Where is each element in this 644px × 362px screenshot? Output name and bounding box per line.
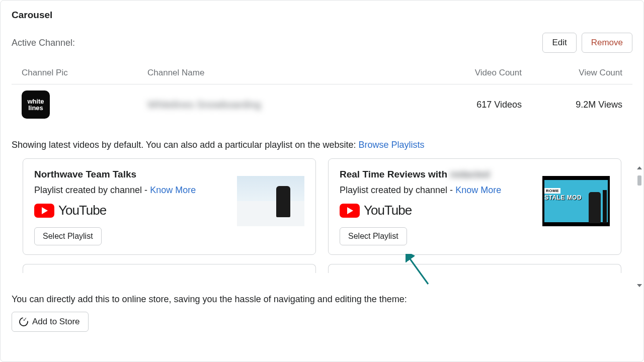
select-playlist-button[interactable]: Select Playlist xyxy=(340,227,407,245)
view-count-cell: 9.2M Views xyxy=(522,100,622,110)
scroll-up-icon[interactable] xyxy=(637,166,642,169)
playlist-card: Northwave Team Talks Playlist created by… xyxy=(23,158,316,255)
remove-button[interactable]: Remove xyxy=(582,33,632,53)
section-title: Carousel xyxy=(12,10,632,21)
playlist-scrollbar[interactable] xyxy=(636,166,642,287)
channel-avatar-text: whitelines xyxy=(27,98,44,111)
add-to-store-label: Add to Store xyxy=(32,317,80,327)
active-channel-actions: Edit Remove xyxy=(542,33,632,53)
carousel-panel: Carousel Active Channel: Edit Remove Cha… xyxy=(0,0,644,362)
youtube-label: YouTube xyxy=(58,203,106,218)
playlist-subtitle-prefix: Playlist created by channel - xyxy=(340,185,455,195)
table-row: whitelines Whitelines Snowboarding 617 V… xyxy=(12,84,632,125)
playlist-info-prefix: Showing latest videos by default. You ca… xyxy=(12,140,358,150)
active-channel-row: Active Channel: Edit Remove xyxy=(12,33,632,53)
select-playlist-button[interactable]: Select Playlist xyxy=(34,227,102,245)
playlist-thumbnail xyxy=(237,176,304,226)
channel-name-cell: Whitelines Snowboarding xyxy=(147,99,421,111)
playlist-title-blurred: redacted xyxy=(450,169,490,179)
playlist-grid: Northwave Team Talks Playlist created by… xyxy=(12,158,632,255)
add-to-store-button[interactable]: Add to Store xyxy=(12,312,89,332)
add-to-store-icon xyxy=(17,315,30,328)
add-to-store-info: You can directly add this to online stor… xyxy=(12,294,632,305)
th-video-count: Video Count xyxy=(421,68,522,78)
thumb-label-big: STALE MOD xyxy=(544,194,582,201)
youtube-label: YouTube xyxy=(364,203,412,218)
channel-table: Channel Pic Channel Name Video Count Vie… xyxy=(12,64,632,125)
youtube-icon xyxy=(340,204,360,218)
youtube-icon xyxy=(34,204,54,218)
browse-playlists-link[interactable]: Browse Playlists xyxy=(358,140,424,150)
thumb-label-small: ROME xyxy=(544,188,560,194)
video-count-cell: 617 Videos xyxy=(421,100,522,110)
active-channel-label: Active Channel: xyxy=(12,38,75,48)
playlist-card-peek xyxy=(23,264,316,273)
playlist-card: Real Time Reviews with redacted Playlist… xyxy=(328,158,621,255)
playlist-thumbnail: ROME STALE MOD xyxy=(542,176,610,226)
scroll-down-icon[interactable] xyxy=(637,284,642,287)
th-view-count: View Count xyxy=(522,68,622,78)
table-header: Channel Pic Channel Name Video Count Vie… xyxy=(12,64,632,84)
th-channel-name: Channel Name xyxy=(147,68,421,78)
playlist-subtitle-prefix: Playlist created by channel - xyxy=(34,185,150,195)
know-more-link[interactable]: Know More xyxy=(150,185,196,195)
know-more-link[interactable]: Know More xyxy=(455,185,501,195)
playlist-card-peek xyxy=(328,264,621,273)
playlist-grid-next-row xyxy=(12,264,632,273)
edit-button[interactable]: Edit xyxy=(542,33,576,53)
channel-avatar: whitelines xyxy=(22,90,50,119)
playlist-title-prefix: Real Time Reviews with xyxy=(340,169,450,179)
playlist-info-text: Showing latest videos by default. You ca… xyxy=(12,140,632,150)
channel-pic-cell: whitelines xyxy=(22,90,147,119)
scroll-thumb[interactable] xyxy=(637,175,641,186)
th-channel-pic: Channel Pic xyxy=(22,68,147,78)
